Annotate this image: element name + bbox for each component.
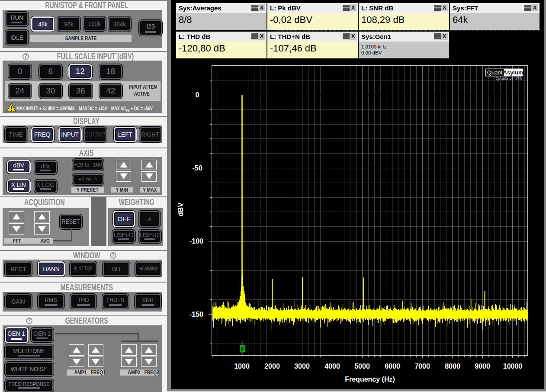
svg-text:9000: 9000: [475, 363, 490, 370]
svg-text:Asylum: Asylum: [503, 69, 524, 76]
svg-text:F: F: [241, 346, 244, 353]
svg-text:-150: -150: [189, 311, 203, 318]
svg-text:3000: 3000: [294, 363, 310, 370]
svg-text:QA40x v1.173: QA40x v1.173: [496, 76, 522, 81]
svg-text:Frequency (Hz): Frequency (Hz): [345, 376, 395, 383]
svg-text:4000: 4000: [324, 363, 340, 370]
svg-text:0: 0: [196, 91, 199, 99]
svg-text:-100: -100: [189, 238, 203, 245]
svg-text:10000: 10000: [503, 363, 523, 370]
svg-text:2000: 2000: [264, 363, 280, 370]
svg-text:dBV: dBV: [177, 202, 184, 216]
svg-text:-50: -50: [192, 164, 202, 172]
svg-text:Quant: Quant: [487, 69, 503, 76]
svg-text:8000: 8000: [445, 363, 460, 370]
svg-text:6000: 6000: [385, 363, 400, 370]
svg-text:1000: 1000: [234, 363, 250, 370]
svg-text:7000: 7000: [414, 363, 430, 370]
svg-text:5000: 5000: [354, 363, 370, 370]
